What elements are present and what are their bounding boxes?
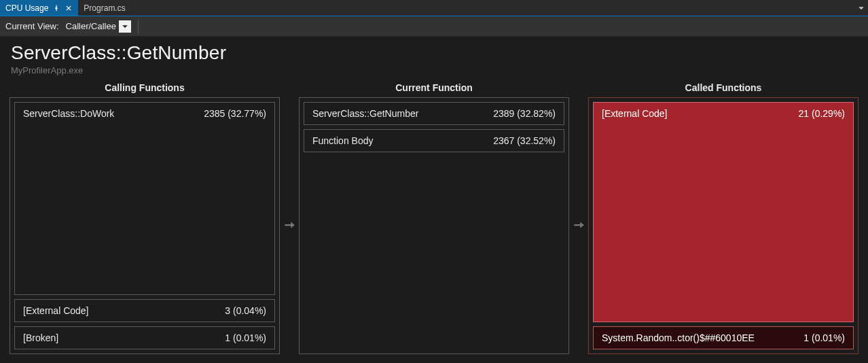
current-function-column: Current Function ServerClass::GetNumber … [299, 82, 569, 354]
current-panel: ServerClass::GetNumber 2389 (32.82%) Fun… [299, 97, 569, 354]
calling-header: Calling Functions [10, 82, 280, 97]
called-header: Called Functions [588, 82, 858, 97]
function-name: ServerClass::DoWork [23, 108, 114, 119]
pin-icon[interactable] [52, 4, 60, 12]
function-metric: 1 (0.01%) [803, 332, 845, 343]
called-item[interactable]: System.Random..ctor()$##60010EE 1 (0.01%… [593, 326, 854, 349]
tab-cpu-usage[interactable]: CPU Usage [0, 0, 78, 16]
arrow-right-icon [280, 82, 299, 354]
function-metric: 1 (0.01%) [225, 332, 266, 343]
function-name: [Broken] [23, 332, 58, 343]
current-item[interactable]: ServerClass::GetNumber 2389 (32.82%) [304, 102, 564, 125]
tab-label: CPU Usage [5, 3, 48, 13]
calling-item[interactable]: [Broken] 1 (0.01%) [14, 326, 275, 349]
function-metric: 2367 (32.52%) [493, 135, 556, 146]
function-name: Function Body [312, 135, 374, 146]
arrow-right-icon [569, 82, 588, 354]
title-area: ServerClass::GetNumber MyProfilerApp.exe [0, 37, 868, 77]
current-view-dropdown[interactable]: Caller/Callee [63, 19, 131, 34]
calling-panel: ServerClass::DoWork 2385 (32.77%) [Exter… [10, 97, 280, 354]
dropdown-value: Caller/Callee [63, 21, 119, 31]
function-name: [External Code] [602, 108, 668, 119]
current-view-label: Current View: [5, 21, 59, 31]
current-header: Current Function [299, 82, 569, 97]
calling-item[interactable]: ServerClass::DoWork 2385 (32.77%) [14, 102, 275, 295]
chevron-down-icon [119, 20, 131, 33]
function-metric: 3 (0.04%) [225, 305, 266, 316]
calling-item[interactable]: [External Code] 3 (0.04%) [14, 299, 275, 322]
called-functions-column: Called Functions [External Code] 21 (0.2… [588, 82, 858, 354]
function-metric: 2385 (32.77%) [204, 108, 266, 119]
function-metric: 2389 (32.82%) [493, 108, 556, 119]
module-subtitle: MyProfilerApp.exe [11, 65, 857, 75]
current-item[interactable]: Function Body 2367 (32.52%) [304, 129, 564, 152]
tab-overflow-button[interactable] [854, 0, 868, 16]
close-icon[interactable] [65, 4, 73, 12]
toolbar: Current View: Caller/Callee [0, 16, 868, 37]
tab-strip: CPU Usage Program.cs [0, 0, 868, 16]
function-name: System.Random..ctor()$##60010EE [602, 332, 755, 343]
function-metric: 21 (0.29%) [799, 108, 845, 119]
function-name: [External Code] [23, 305, 89, 316]
called-panel: [External Code] 21 (0.29%) System.Random… [588, 97, 858, 354]
function-title: ServerClass::GetNumber [11, 42, 857, 64]
calling-functions-column: Calling Functions ServerClass::DoWork 23… [10, 82, 280, 354]
tab-program-cs[interactable]: Program.cs [78, 0, 130, 16]
tab-label: Program.cs [84, 3, 125, 13]
caller-callee-columns: Calling Functions ServerClass::DoWork 23… [0, 77, 868, 362]
toolbar-separator [138, 20, 139, 33]
called-item[interactable]: [External Code] 21 (0.29%) [593, 102, 854, 322]
function-name: ServerClass::GetNumber [312, 108, 418, 119]
